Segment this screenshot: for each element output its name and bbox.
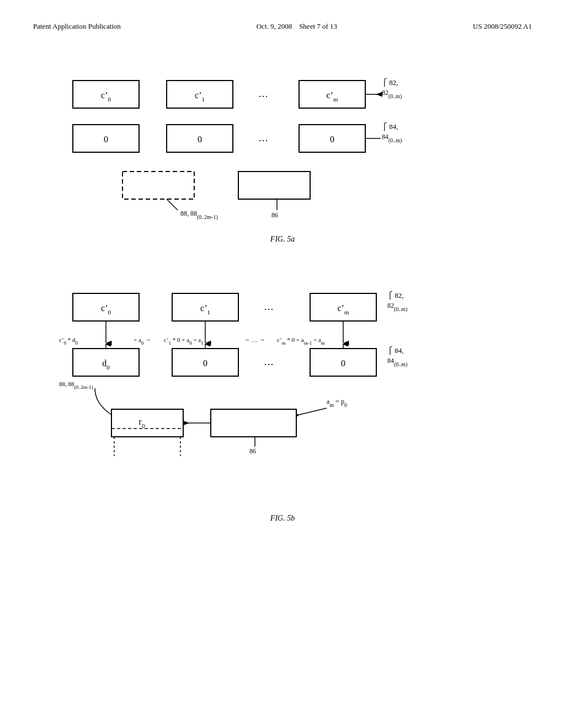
svg-text:84(0..m): 84(0..m) xyxy=(387,357,407,368)
svg-rect-21 xyxy=(238,172,310,199)
header-right: US 2008/250092 A1 xyxy=(473,22,532,31)
svg-text:→ … →: → … → xyxy=(244,336,265,343)
svg-line-58 xyxy=(299,408,327,415)
svg-rect-20 xyxy=(122,172,194,199)
page-header: Patent Application Publication Oct. 9, 2… xyxy=(33,22,532,31)
svg-text:c’m * 0 + am-1 = am: c’m * 0 + am-1 = am xyxy=(277,336,325,346)
svg-text:82(0..m): 82(0..m) xyxy=(387,302,407,313)
fig5b-label: FIG. 5b xyxy=(33,514,532,523)
svg-text:⎧ 82,: ⎧ 82, xyxy=(382,78,398,87)
svg-text:= a0 →: = a0 → xyxy=(134,336,151,346)
page: Patent Application Publication Oct. 9, 2… xyxy=(0,0,565,728)
fig5a-label: FIG. 5a xyxy=(33,235,532,244)
fig5b-container: c’0 c’1 … c’m ⎧ 82, 82(0..m) c’0 * d0 = … xyxy=(33,288,532,523)
svg-text:⎧ 84,: ⎧ 84, xyxy=(387,346,404,355)
svg-text:0: 0 xyxy=(104,135,108,144)
svg-rect-59 xyxy=(211,409,296,437)
svg-text:⎧ 84,: ⎧ 84, xyxy=(382,122,398,131)
header-left: Patent Application Publication xyxy=(33,22,121,31)
svg-text:0: 0 xyxy=(198,135,202,144)
svg-text:86: 86 xyxy=(271,211,278,219)
svg-text:…: … xyxy=(264,301,274,312)
fig5b-svg: c’0 c’1 … c’m ⎧ 82, 82(0..m) c’0 * d0 = … xyxy=(56,288,509,508)
fig5a-svg: c’0 c’1 … c’m ⎧ 82, 82(0..m) 0 0 … xyxy=(56,64,509,229)
svg-text:am = p0: am = p0 xyxy=(327,398,347,408)
svg-text:…: … xyxy=(258,88,268,99)
svg-text:⎧ 82,: ⎧ 82, xyxy=(387,291,404,300)
svg-text:82(0..m): 82(0..m) xyxy=(382,89,402,100)
svg-text:…: … xyxy=(258,132,268,143)
svg-text:c’1 * 0 + a0 = a1: c’1 * 0 + a0 = a1 xyxy=(164,336,204,346)
svg-line-22 xyxy=(167,199,178,210)
svg-text:0: 0 xyxy=(330,135,334,144)
svg-text:…: … xyxy=(264,356,274,367)
header-center: Oct. 9, 2008 Sheet 7 of 13 xyxy=(257,22,337,31)
svg-text:88, 88(0..2m-1): 88, 88(0..2m-1) xyxy=(180,210,218,221)
fig5a-container: c’0 c’1 … c’m ⎧ 82, 82(0..m) 0 0 … xyxy=(33,64,532,244)
svg-text:0: 0 xyxy=(203,358,207,368)
svg-text:84(0..m): 84(0..m) xyxy=(382,133,402,144)
svg-text:88, 88(0..2m-1): 88, 88(0..2m-1) xyxy=(59,381,93,390)
svg-rect-61 xyxy=(111,409,183,437)
svg-text:86: 86 xyxy=(249,447,256,455)
svg-text:c’0 * d0: c’0 * d0 xyxy=(59,336,78,346)
svg-text:0: 0 xyxy=(341,358,345,368)
